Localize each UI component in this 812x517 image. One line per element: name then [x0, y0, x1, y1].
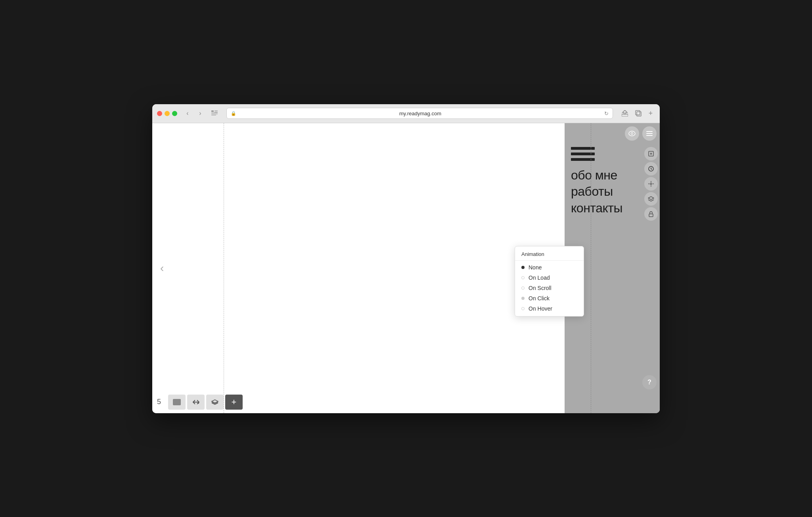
nav-item-contacts[interactable]: контакты [571, 200, 653, 217]
svg-rect-23 [649, 214, 653, 217]
canvas-area[interactable]: ‹ 5 [152, 123, 565, 413]
page-number: 5 [157, 398, 167, 406]
option-label-none: None [529, 264, 542, 271]
svg-rect-9 [173, 399, 181, 405]
share-button[interactable] [619, 108, 630, 119]
prev-page-button[interactable]: ‹ [160, 262, 164, 275]
svg-point-18 [650, 183, 652, 185]
new-window-button[interactable] [633, 108, 644, 119]
nav-item-about[interactable]: обо мне [571, 167, 653, 184]
animation-dropdown: Animation None On Load On Scroll On Clic… [515, 246, 584, 317]
browser-content: ‹ 5 [152, 123, 660, 413]
option-dot-onscroll [521, 286, 525, 290]
browser-window: ‹ › 🔒 my.readymag.com ↻ [152, 104, 660, 413]
add-element-button[interactable]: + [225, 395, 243, 410]
layers-icon-button[interactable] [644, 192, 658, 206]
right-icons-column [642, 123, 660, 413]
option-label-onhover: On Hover [529, 305, 552, 312]
animation-option-onscroll[interactable]: On Scroll [515, 283, 584, 293]
animation-option-onhover[interactable]: On Hover [515, 303, 584, 314]
guide-line [224, 123, 224, 413]
hamburger-icon [571, 145, 595, 162]
right-panel: обо мне работы контакты Animation None O… [565, 123, 660, 413]
browser-chrome: ‹ › 🔒 my.readymag.com ↻ [152, 104, 660, 123]
svg-rect-4 [211, 114, 218, 114]
position-icon-button[interactable] [644, 177, 658, 191]
new-tab-button[interactable]: + [646, 109, 655, 118]
lock-icon-button[interactable] [644, 207, 658, 221]
maximize-button[interactable] [172, 111, 177, 116]
help-button[interactable]: ? [642, 375, 657, 389]
svg-point-12 [632, 133, 633, 134]
traffic-lights [157, 111, 177, 116]
nav-buttons: ‹ › [182, 108, 206, 119]
option-label-onclick: On Click [529, 295, 550, 301]
option-dot-onload [521, 276, 525, 279]
hamburger-line-1 [571, 147, 595, 150]
bottom-toolbar: 5 [152, 391, 565, 413]
back-button[interactable]: ‹ [182, 108, 193, 119]
minimize-button[interactable] [165, 111, 170, 116]
address-bar[interactable]: 🔒 my.readymag.com ↻ [226, 108, 613, 119]
url-text: my.readymag.com [239, 111, 602, 116]
animation-option-none[interactable]: None [515, 262, 584, 273]
nav-item-works[interactable]: работы [571, 183, 653, 200]
close-button[interactable] [157, 111, 162, 116]
animation-icon-button[interactable] [644, 162, 658, 176]
toolbar-right: + [619, 108, 655, 119]
svg-rect-7 [636, 111, 640, 115]
animation-option-onclick[interactable]: On Click [515, 293, 584, 303]
svg-rect-3 [211, 113, 218, 113]
hamburger-line-3 [571, 158, 595, 161]
svg-rect-8 [637, 112, 641, 116]
svg-rect-5 [211, 115, 216, 115]
svg-rect-2 [214, 112, 218, 112]
svg-rect-6 [622, 114, 628, 116]
panel-guide-line [591, 123, 591, 413]
page-thumb-button[interactable] [168, 395, 186, 410]
animation-option-onload[interactable]: On Load [515, 273, 584, 283]
animation-dropdown-title: Animation [515, 249, 584, 261]
svg-rect-0 [211, 111, 214, 112]
lock-icon: 🔒 [231, 111, 236, 116]
refresh-button[interactable]: ↻ [604, 111, 609, 116]
hamburger-line-2 [571, 153, 595, 155]
option-dot-onhover [521, 307, 525, 310]
option-dot-onclick [521, 297, 525, 300]
reader-button[interactable] [209, 108, 220, 119]
forward-button[interactable]: › [195, 108, 206, 119]
option-label-onscroll: On Scroll [529, 285, 552, 291]
option-label-onload: On Load [529, 275, 550, 281]
preview-icon-button[interactable] [625, 126, 639, 141]
resize-icon-button[interactable] [644, 147, 658, 160]
undo-button[interactable] [187, 395, 205, 410]
option-dot-none [521, 266, 525, 269]
svg-rect-1 [214, 111, 218, 111]
layers-button[interactable] [206, 395, 224, 410]
